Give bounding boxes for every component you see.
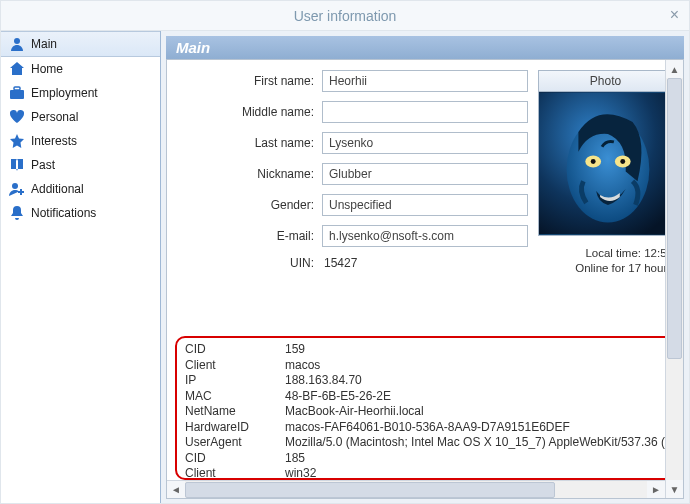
horizontal-scrollbar[interactable]: ◄ ► [167,480,665,498]
last-name-field[interactable] [322,132,528,154]
online-duration: Online for 17 hours [538,261,673,276]
email-field[interactable] [322,225,528,247]
sidebar-item-main[interactable]: Main [1,31,160,57]
detail-key: CID [185,451,285,467]
svg-rect-2 [14,87,20,90]
middle-name-label: Middle name: [177,105,322,119]
detail-value: Mozilla/5.0 (Macintosh; Intel Mac OS X 1… [285,435,665,451]
briefcase-icon [9,85,25,101]
sidebar-item-label: Interests [31,134,77,148]
nickname-label: Nickname: [177,167,322,181]
detail-row: MAC48-BF-6B-E5-26-2E [185,389,665,405]
sidebar-item-label: Main [31,37,57,51]
local-time: Local time: 12:57 [538,246,673,261]
detail-row: NetNameMacBook-Air-Heorhii.local [185,404,665,420]
detail-value: MacBook-Air-Heorhii.local [285,404,665,420]
sidebar-item-label: Past [31,158,55,172]
photo-button[interactable]: Photo [538,70,673,92]
detail-value: macos-FAF64061-B010-536A-8AA9-D7A9151E6D… [285,420,665,436]
sidebar-item-notifications[interactable]: Notifications [1,201,160,225]
person-icon [9,36,25,52]
detail-row: Clientmacos [185,358,665,374]
bell-icon [9,205,25,221]
sidebar-item-label: Personal [31,110,78,124]
svg-point-3 [12,183,18,189]
gender-field[interactable] [322,194,528,216]
detail-row: CID185 [185,451,665,467]
sidebar: MainHomeEmploymentPersonalInterestsPastA… [1,31,161,503]
sidebar-item-home[interactable]: Home [1,57,160,81]
detail-row: UserAgentMozilla/5.0 (Macintosh; Intel M… [185,435,665,451]
email-label: E-mail: [177,229,322,243]
hscroll-thumb[interactable] [185,482,555,498]
detail-row: HardwareIDmacos-FAF64061-B010-536A-8AA9-… [185,420,665,436]
detail-key: HardwareID [185,420,285,436]
sidebar-item-personal[interactable]: Personal [1,105,160,129]
detail-value: 159 [285,342,665,358]
window-title: User information [294,8,397,24]
content-area: Main First name: Middle name: Last name:… [161,31,689,503]
svg-point-8 [591,159,596,164]
sidebar-item-label: Additional [31,182,84,196]
sidebar-item-label: Home [31,62,63,76]
scroll-down-icon[interactable]: ▼ [666,480,683,498]
panel-body: First name: Middle name: Last name: Nick… [166,59,684,499]
detail-row: IP188.163.84.70 [185,373,665,389]
vertical-scrollbar[interactable]: ▲ ▼ [665,60,683,498]
sidebar-item-interests[interactable]: Interests [1,129,160,153]
person-plus-icon [9,181,25,197]
sidebar-item-employment[interactable]: Employment [1,81,160,105]
heart-icon [9,109,25,125]
last-name-label: Last name: [177,136,322,150]
window-titlebar: User information × [1,1,689,31]
connection-details: CID159ClientmacosIP188.163.84.70MAC48-BF… [175,336,675,480]
detail-value: win32 [285,466,665,480]
detail-value: 188.163.84.70 [285,373,665,389]
sidebar-item-label: Employment [31,86,98,100]
detail-key: MAC [185,389,285,405]
detail-key: Client [185,358,285,374]
photo-area: Photo [538,70,673,276]
first-name-field[interactable] [322,70,528,92]
sidebar-item-additional[interactable]: Additional [1,177,160,201]
detail-value: 185 [285,451,665,467]
scroll-right-icon[interactable]: ► [647,481,665,499]
detail-key: UserAgent [185,435,285,451]
detail-key: IP [185,373,285,389]
book-icon [9,157,25,173]
star-icon [9,133,25,149]
detail-value: 48-BF-6B-E5-26-2E [285,389,665,405]
nickname-field[interactable] [322,163,528,185]
detail-row: CID159 [185,342,665,358]
close-icon[interactable]: × [670,6,679,24]
svg-point-9 [620,159,625,164]
detail-row: Clientwin32 [185,466,665,480]
uin-value: 15427 [322,256,357,270]
uin-label: UIN: [177,256,322,270]
gender-label: Gender: [177,198,322,212]
home-icon [9,61,25,77]
scroll-left-icon[interactable]: ◄ [167,481,185,499]
detail-key: Client [185,466,285,480]
sidebar-item-label: Notifications [31,206,96,220]
svg-rect-1 [10,90,24,99]
time-info: Local time: 12:57 Online for 17 hours [538,246,673,276]
vscroll-thumb[interactable] [667,78,682,359]
detail-key: CID [185,342,285,358]
first-name-label: First name: [177,74,322,88]
svg-point-0 [14,38,20,44]
detail-key: NetName [185,404,285,420]
avatar [538,92,673,236]
detail-value: macos [285,358,665,374]
sidebar-item-past[interactable]: Past [1,153,160,177]
panel-title: Main [166,36,684,59]
scroll-up-icon[interactable]: ▲ [666,60,683,78]
middle-name-field[interactable] [322,101,528,123]
